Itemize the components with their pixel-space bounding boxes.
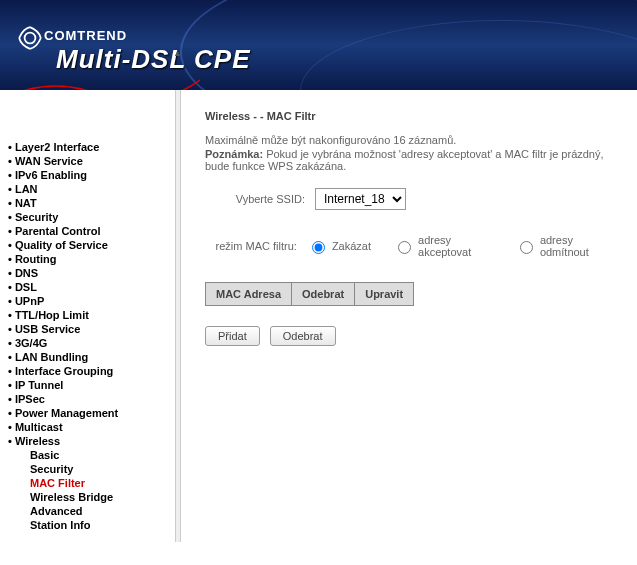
radio-deny-label[interactable]: adresy odmítnout (515, 234, 611, 258)
radio-allow-label[interactable]: adresy akceptovat (393, 234, 493, 258)
brand-name: COMTREND (44, 28, 127, 43)
ssid-row: Vyberte SSID: Internet_18 (205, 188, 627, 210)
sidebar-subitem-basic[interactable]: Basic (8, 448, 180, 462)
col-mac: MAC Adresa (206, 283, 292, 306)
note-label: Poznámka: (205, 148, 263, 160)
sidebar-item-lanbundling[interactable]: LAN Bundling (8, 350, 180, 364)
sidebar-item-wan[interactable]: WAN Service (8, 154, 180, 168)
sidebar-item-3g4g[interactable]: 3G/4G (8, 336, 180, 350)
sidebar-item-iptunnel[interactable]: IP Tunnel (8, 378, 180, 392)
mode-label: režim MAC filtru: (205, 240, 307, 252)
sidebar-item-dns[interactable]: DNS (8, 266, 180, 280)
sidebar-nav: ▲ Layer2 Interface WAN Service IPv6 Enab… (0, 90, 180, 542)
radio-disable[interactable] (312, 241, 325, 254)
ssid-select[interactable]: Internet_18 (315, 188, 406, 210)
sidebar-item-usb[interactable]: USB Service (8, 322, 180, 336)
col-remove: Odebrat (292, 283, 355, 306)
sidebar-item-ifgroup[interactable]: Interface Grouping (8, 364, 180, 378)
sidebar-item-security[interactable]: Security (8, 210, 180, 224)
mode-radio-group: Zakázat adresy akceptovat adresy odmítno… (307, 234, 627, 258)
sidebar-item-routing[interactable]: Routing (8, 252, 180, 266)
remove-button[interactable]: Odebrat (270, 326, 336, 346)
sidebar-item-lan[interactable]: LAN (8, 182, 180, 196)
sidebar-subitem-macfilter[interactable]: MAC Filter (8, 476, 180, 490)
info-text: Maximálně může být nakonfigurováno 16 zá… (205, 134, 627, 146)
sidebar-item-ttl[interactable]: TTL/Hop Limit (8, 308, 180, 322)
button-row: Přidat Odebrat (205, 326, 627, 346)
sidebar-item-wireless[interactable]: Wireless (8, 434, 180, 448)
page-title: Wireless - - MAC Filtr (205, 110, 627, 122)
sidebar-item-layer2[interactable]: Layer2 Interface (8, 140, 180, 154)
scrollbar[interactable] (175, 90, 181, 542)
add-button[interactable]: Přidat (205, 326, 260, 346)
radio-allow[interactable] (398, 241, 411, 254)
sidebar-item-multicast[interactable]: Multicast (8, 420, 180, 434)
sidebar-subitem-advanced[interactable]: Advanced (8, 504, 180, 518)
mode-row: režim MAC filtru: Zakázat adresy akcepto… (205, 234, 627, 258)
radio-disable-label[interactable]: Zakázat (307, 238, 371, 254)
main-content: Wireless - - MAC Filtr Maximálně může bý… (180, 90, 637, 542)
sidebar-subitem-stationinfo[interactable]: Station Info (8, 518, 180, 532)
sidebar-subitem-security[interactable]: Security (8, 462, 180, 476)
sidebar-item-ipv6[interactable]: IPv6 Enabling (8, 168, 180, 182)
sidebar-item-nat[interactable]: NAT (8, 196, 180, 210)
sidebar-item-ipsec[interactable]: IPSec (8, 392, 180, 406)
ssid-label: Vyberte SSID: (205, 193, 315, 205)
radio-deny[interactable] (520, 241, 533, 254)
sidebar-subitem-bridge[interactable]: Wireless Bridge (8, 490, 180, 504)
svg-point-0 (25, 33, 36, 44)
note-body: Pokud je vybrána možnost 'adresy akcepto… (205, 148, 604, 172)
sidebar-item-dsl[interactable]: DSL (8, 280, 180, 294)
sidebar-item-qos[interactable]: Quality of Service (8, 238, 180, 252)
logo-icon (12, 20, 48, 56)
app-header: COMTREND Multi-DSL CPE (0, 0, 637, 90)
sidebar-item-upnp[interactable]: UPnP (8, 294, 180, 308)
decorative-line (0, 70, 200, 90)
sidebar-item-power[interactable]: Power Management (8, 406, 180, 420)
note-text: Poznámka: Pokud je vybrána možnost 'adre… (205, 148, 627, 172)
sidebar-item-parental[interactable]: Parental Control (8, 224, 180, 238)
mac-table: MAC Adresa Odebrat Upravit (205, 282, 414, 306)
scroll-up-icon[interactable]: ▲ (173, 48, 183, 58)
col-edit: Upravit (355, 283, 414, 306)
